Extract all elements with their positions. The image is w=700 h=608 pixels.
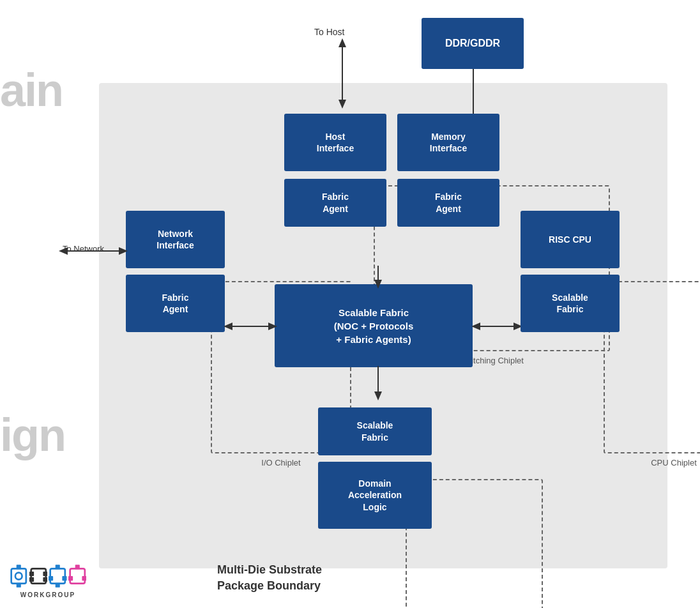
scalable-fabric-cpu-label: ScalableFabric (552, 292, 588, 315)
fabric-agent-io-box: FabricAgent (126, 275, 225, 332)
svg-rect-19 (17, 565, 21, 569)
package-label: Multi-Die Substrate Package Boundary (217, 562, 322, 594)
memory-interface-box: MemoryInterface (397, 114, 499, 171)
odsa-logo: WORKGROUP (10, 563, 86, 598)
svg-rect-29 (49, 576, 53, 581)
network-interface-label: NetworkInterface (156, 228, 194, 251)
risc-cpu-label: RISC CPU (549, 234, 591, 245)
svg-rect-9 (231, 326, 268, 327)
svg-rect-6 (66, 250, 119, 252)
svg-point-21 (15, 573, 22, 580)
fabric-to-cpu-arrow (471, 319, 522, 334)
svg-marker-8 (224, 323, 232, 330)
svg-rect-24 (43, 572, 47, 576)
switching-to-fabric-arrow (370, 266, 386, 289)
svg-marker-11 (471, 323, 480, 330)
svg-marker-7 (119, 247, 128, 255)
svg-rect-1 (342, 46, 343, 101)
svg-rect-26 (43, 577, 47, 582)
fabric-agent-host-box: FabricAgent (284, 179, 386, 227)
scalable-fabric-main-box: Scalable Fabric(NOC + Protocols+ Fabric … (275, 284, 473, 367)
domain-accel-box: DomainAccelerationLogic (318, 462, 432, 529)
scalable-fabric-domain-label: ScalableFabric (357, 420, 393, 443)
fabric-to-domain-arrow (370, 366, 386, 400)
ddr-box: DDR/GDDR (422, 18, 524, 69)
svg-rect-28 (56, 565, 60, 569)
host-interface-label: HostInterface (317, 131, 354, 154)
to-network-arrow (59, 243, 128, 259)
risc-cpu-box: RISC CPU (521, 211, 620, 268)
to-host-label: To Host (314, 27, 344, 37)
io-chiplet-label: I/O Chiplet (261, 458, 300, 467)
svg-marker-2 (339, 100, 346, 109)
io-to-fabric-arrow (224, 319, 277, 334)
to-host-arrow (335, 38, 350, 109)
svg-rect-12 (479, 326, 514, 327)
svg-marker-15 (374, 280, 382, 289)
network-interface-box: NetworkInterface (126, 211, 225, 268)
logo-a-icon (68, 563, 87, 589)
cpu-chiplet-label: CPU Chiplet (651, 458, 697, 467)
domain-accel-label: DomainAccelerationLogic (348, 478, 402, 513)
fabric-agent-memory-box: FabricAgent (397, 179, 499, 227)
memory-interface-label: MemoryInterface (430, 131, 467, 154)
svg-rect-20 (17, 583, 21, 588)
odsa-workgroup-label: WORKGROUP (10, 591, 86, 598)
odsa-icons-row (10, 563, 86, 589)
svg-rect-23 (29, 572, 34, 576)
logo-s-icon (49, 563, 67, 589)
svg-rect-16 (377, 366, 379, 394)
scalable-fabric-cpu-box: ScalableFabric (521, 275, 620, 332)
ddr-label: DDR/GDDR (445, 38, 500, 49)
svg-rect-34 (68, 576, 73, 581)
svg-marker-17 (374, 391, 382, 400)
svg-marker-0 (339, 38, 346, 47)
scalable-fabric-domain-box: ScalableFabric (318, 407, 432, 455)
svg-rect-18 (11, 568, 26, 583)
svg-marker-10 (268, 323, 277, 330)
fabric-agent-memory-label: FabricAgent (435, 191, 462, 214)
logo-d-icon (29, 563, 48, 589)
scalable-fabric-main-label: Scalable Fabric(NOC + Protocols+ Fabric … (334, 306, 414, 346)
fabric-agent-io-label: FabricAgent (162, 292, 188, 315)
host-interface-box: HostInterface (284, 114, 386, 171)
bg-text-ain: ain (0, 64, 63, 116)
svg-rect-30 (62, 576, 66, 581)
svg-marker-5 (59, 247, 68, 255)
svg-rect-31 (56, 583, 60, 588)
fabric-agent-host-label: FabricAgent (322, 191, 349, 214)
logo-o-icon (10, 563, 28, 589)
svg-rect-33 (75, 565, 79, 569)
svg-rect-25 (29, 577, 34, 582)
svg-rect-35 (82, 576, 86, 581)
page-container: ain ign Switching Chiplet I/O Chiplet CP… (0, 0, 700, 608)
bg-text-ign: ign (0, 409, 65, 461)
